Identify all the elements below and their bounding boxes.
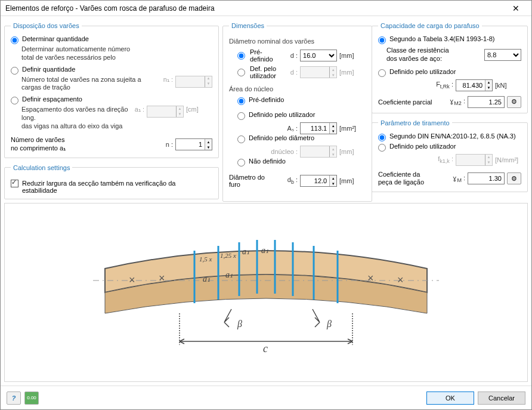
radio-tir-din[interactable]	[378, 134, 386, 141]
units-icon: 0.00	[27, 395, 36, 400]
as-input[interactable]	[301, 123, 329, 134]
fk1k-down: ▼	[485, 160, 492, 165]
svg-text:×: ×	[367, 272, 374, 284]
classe-label-l1: Classe de resistência	[386, 47, 482, 55]
diam-predef-label: Pré-definido	[250, 48, 276, 63]
gm2-details-button[interactable]: ⚙	[507, 96, 521, 108]
radio-area-diam[interactable]	[237, 135, 245, 143]
radio-diam-user[interactable]	[237, 69, 245, 76]
details-icon-2: ⚙	[511, 175, 517, 183]
close-icon: ✕	[512, 4, 519, 13]
cap-user-row[interactable]: Definido pelo utilizador	[378, 68, 521, 77]
a1-down: ▼	[177, 112, 183, 117]
ok-button[interactable]: OK	[426, 391, 474, 405]
beam-diagram: 1,5 x 1,25 x a₁ a₁ a₁ a₁ β β c	[57, 215, 475, 370]
diam-predef-row: Pré-definido d : 16.0 [mm]	[237, 48, 366, 63]
as-symbol: Aₛ :	[279, 125, 298, 132]
group-tiramento-legend: Parâmetro de tiramento	[378, 119, 452, 127]
lbl-beta-l: β	[237, 319, 242, 329]
db-down[interactable]: ▼	[330, 181, 336, 186]
a1-up: ▲	[177, 106, 183, 112]
radio-cap-user[interactable]	[378, 69, 386, 77]
details-icon: ⚙	[511, 98, 517, 106]
db-up[interactable]: ▲	[330, 175, 336, 181]
area-predef-row[interactable]: Pré-definido	[237, 96, 366, 105]
group-dimensoes: Dimensões Diâmetro nominal dos varões Pr…	[222, 22, 372, 202]
reduzir-largura-checkbox[interactable]	[11, 180, 18, 187]
ftrk-down[interactable]: ▼	[485, 85, 492, 91]
area-diam-row[interactable]: Definido pelo diâmetro	[237, 134, 366, 143]
a1-spinner: ▲▼	[147, 106, 184, 118]
lbl-a1-3: a₁	[203, 275, 211, 283]
n-up[interactable]: ▲	[205, 139, 212, 144]
radio-tir-user[interactable]	[378, 144, 386, 152]
gm-input[interactable]	[468, 173, 504, 184]
cancel-button[interactable]: Cancelar	[478, 391, 525, 405]
radio-definir-quantidade[interactable]	[11, 67, 18, 75]
area-user-label: Definido pelo utilizador	[249, 111, 315, 118]
n-input[interactable]	[176, 139, 205, 150]
gm-details-button[interactable]: ⚙	[507, 172, 521, 184]
db-input[interactable]	[301, 175, 329, 186]
as-spinner[interactable]: ▲▼	[300, 122, 337, 134]
as-row: Aₛ : ▲▼ [mm²]	[237, 122, 366, 134]
classe-combo[interactable]: 8.8	[484, 49, 521, 61]
gm-spinner[interactable]	[468, 172, 505, 184]
num-varoes-label-l2: no comprimento a₁	[11, 144, 151, 153]
tir-din-row[interactable]: Segundo DIN EN/NA:2010-12, 6.8.5 (NA.3)	[378, 132, 521, 141]
d-user-up: ▲	[330, 67, 336, 72]
diam-user-row: Def. pelo utilizador d : ▲▼ [mm]	[237, 65, 366, 79]
reduzir-largura-checkbox-row[interactable]: Reduzir largura da secção também na veri…	[11, 180, 212, 194]
classe-label-l2: dos varões de aço:	[386, 55, 482, 63]
cap-tabela-row[interactable]: Segundo a Tabela 3.4(EN 1993-1-8)	[378, 35, 521, 44]
group-capacidade-legend: Capacidade de carga do parafuso	[378, 22, 482, 29]
close-button[interactable]: ✕	[505, 2, 527, 15]
n-spinner[interactable]: ▲▼	[175, 138, 212, 150]
radio-area-user[interactable]	[237, 112, 245, 120]
ftrk-spinner[interactable]: ▲▼	[456, 79, 493, 91]
radio-definir-espacamento[interactable]	[11, 97, 18, 104]
gm2-symbol: ɣM2 :	[446, 97, 465, 106]
as-up[interactable]: ▲	[330, 123, 336, 128]
lbl-a1-1: a₁	[242, 247, 250, 256]
lbl-c: c	[263, 343, 268, 354]
help-button[interactable]: ?	[7, 391, 21, 405]
radio-area-predef[interactable]	[237, 97, 245, 105]
opt-determinar-quantidade[interactable]: Determinar quantidade	[11, 35, 212, 44]
as-unit: [mm²]	[339, 125, 366, 132]
num-varoes-row: Número de varões no comprimento a₁ n : ▲…	[11, 136, 212, 153]
a1-unit: [cm]	[186, 106, 212, 114]
area-user-row[interactable]: Definido pelo utilizador	[237, 111, 366, 120]
opt-definir-espacamento[interactable]: Definir espaçamento	[11, 95, 212, 104]
as-down[interactable]: ▼	[330, 128, 336, 134]
units-button[interactable]: 0.00	[24, 391, 39, 405]
group-disposicao-legend: Disposição dos varões	[11, 22, 82, 29]
group-tiramento: Parâmetro de tiramento Segundo DIN EN/NA…	[372, 119, 528, 193]
ftrk-input[interactable]	[456, 80, 485, 91]
d-user-spinner: ▲▼	[300, 66, 337, 78]
lbl-a1-2: a₁	[261, 246, 269, 255]
radio-diam-predef[interactable]	[237, 52, 245, 60]
radio-determinar-quantidade[interactable]	[11, 36, 18, 44]
tir-user-row[interactable]: Definido pelo utilizador	[378, 143, 521, 152]
d-unit: [mm]	[339, 52, 366, 59]
d-combo[interactable]: 16.0	[300, 50, 337, 61]
area-diam-label: Definido pelo diâmetro	[249, 134, 314, 141]
fk1k-up: ▲	[485, 155, 492, 160]
ftrk-up[interactable]: ▲	[485, 80, 492, 85]
gm2-input[interactable]	[468, 97, 504, 107]
radio-cap-tabela[interactable]	[378, 36, 386, 44]
db-spinner[interactable]: ▲▼	[300, 175, 337, 187]
coef-ligacao-label: Coeficiente da peça de ligação	[378, 171, 444, 187]
radio-area-nao-def[interactable]	[237, 159, 245, 167]
opt-definir-quantidade[interactable]: Definir quantidade	[11, 66, 212, 75]
svg-text:×: ×	[159, 272, 165, 284]
classe-label: Classe de resistência dos varões de aço:	[386, 47, 482, 63]
gm2-spinner[interactable]	[468, 96, 505, 108]
radio-definir-quantidade-label: Definir quantidade	[22, 66, 75, 73]
n-down[interactable]: ▼	[205, 144, 212, 150]
svg-text:×: ×	[397, 274, 404, 286]
fk1k-input	[456, 155, 485, 165]
furo-label: Diâmetro do furo	[229, 174, 276, 188]
area-nao-def-row[interactable]: Não definido	[237, 158, 366, 167]
